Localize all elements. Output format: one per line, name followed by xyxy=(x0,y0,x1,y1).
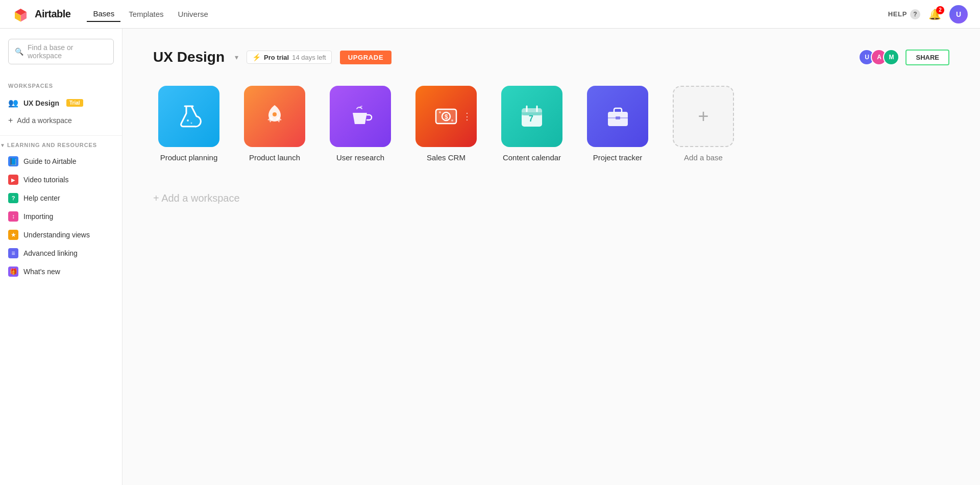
chevron-down-icon: ▼ xyxy=(0,142,5,148)
base-card-product-planning[interactable]: Product planning xyxy=(153,86,225,162)
linking-icon: ≡ xyxy=(8,248,18,258)
airtable-logo-icon xyxy=(12,5,31,23)
importing-icon: ↕ xyxy=(8,211,18,222)
importing-label: Importing xyxy=(23,212,53,221)
logo-area[interactable]: Airtable xyxy=(12,5,70,23)
pro-trial-label: Pro trial xyxy=(264,54,289,61)
upgrade-button[interactable]: UPGRADE xyxy=(340,51,392,64)
help-center-label: Help center xyxy=(23,194,60,202)
svg-text:$: $ xyxy=(445,113,448,120)
workspace-trial-badge: Trial xyxy=(66,99,83,107)
nav-link-bases[interactable]: Bases xyxy=(87,6,120,22)
new-label: What's new xyxy=(23,268,60,276)
coffee-cup-icon xyxy=(347,103,375,131)
nav-links: Bases Templates Universe xyxy=(87,6,214,22)
sidebar-item-guide[interactable]: 📘 Guide to Airtable xyxy=(0,152,122,171)
base-name-content-calendar: Content calendar xyxy=(503,153,561,162)
bases-grid: Product planning Product launch xyxy=(153,86,949,162)
rocket-icon xyxy=(259,101,290,132)
base-icon-project-tracker xyxy=(587,86,648,147)
main-layout: 🔍 Find a base or workspace WORKSPACES 👥 … xyxy=(0,0,980,485)
sidebar-item-video[interactable]: ▶ Video tutorials xyxy=(0,171,122,189)
main-content: UX Design ▾ ⚡ Pro trial 14 days left UPG… xyxy=(122,29,980,485)
learning-section-toggle[interactable]: ▼ LEARNING AND RESOURCES xyxy=(0,142,122,148)
search-placeholder: Find a base or workspace xyxy=(28,43,107,60)
add-base-plus-icon: + xyxy=(698,106,708,127)
add-workspace-bottom-label: + Add a workspace xyxy=(153,192,240,204)
svg-point-8 xyxy=(439,111,441,113)
help-center-icon: ? xyxy=(8,193,18,203)
base-icon-user-research xyxy=(330,86,391,147)
add-workspace-bottom[interactable]: + Add a workspace xyxy=(153,192,949,204)
sidebar-item-importing[interactable]: ↕ Importing xyxy=(0,207,122,226)
svg-point-1 xyxy=(187,119,189,122)
base-name-user-research: User research xyxy=(336,153,384,162)
nav-right: HELP ? 🔔 2 U xyxy=(888,5,968,23)
sidebar-divider xyxy=(0,135,122,136)
sidebar-item-linking[interactable]: ≡ Advanced linking xyxy=(0,244,122,262)
new-icon: 🎁 xyxy=(8,266,18,277)
context-menu-dots[interactable]: ⋮ xyxy=(462,111,473,122)
money-icon: $ xyxy=(431,101,461,132)
workspace-dropdown-arrow[interactable]: ▾ xyxy=(235,53,238,61)
guide-icon: 📘 xyxy=(8,156,18,166)
nav-link-universe[interactable]: Universe xyxy=(172,7,214,21)
help-label: HELP xyxy=(888,10,907,18)
add-workspace-icon: + xyxy=(8,116,13,125)
flask-icon xyxy=(174,101,204,132)
pro-icon: ⚡ xyxy=(252,53,261,61)
nav-link-templates[interactable]: Templates xyxy=(122,7,169,21)
avatars-group: U A M xyxy=(859,49,899,65)
notification-button[interactable]: 🔔 2 xyxy=(928,8,941,20)
svg-point-9 xyxy=(451,119,453,122)
logo-text: Airtable xyxy=(35,8,70,20)
learning-section-label: LEARNING AND RESOURCES xyxy=(7,142,97,148)
add-workspace-sidebar[interactable]: + Add a workspace xyxy=(0,112,122,129)
base-card-user-research[interactable]: User research xyxy=(325,86,396,162)
views-icon: ★ xyxy=(8,230,18,240)
sidebar: 🔍 Find a base or workspace WORKSPACES 👥 … xyxy=(0,29,122,485)
help-button[interactable]: HELP ? xyxy=(888,9,920,19)
base-icon-sales-crm: $ ⋮ xyxy=(415,86,477,147)
base-card-sales-crm[interactable]: $ ⋮ Sales CRM xyxy=(410,86,482,162)
workspace-icon: 👥 xyxy=(8,98,18,108)
base-name-sales-crm: Sales CRM xyxy=(427,153,465,162)
svg-text:7: 7 xyxy=(529,114,533,123)
workspace-header: UX Design ▾ ⚡ Pro trial 14 days left UPG… xyxy=(153,49,949,65)
linking-label: Advanced linking xyxy=(23,249,78,257)
days-left-label: 14 days left xyxy=(292,54,326,61)
base-card-project-tracker[interactable]: Project tracker xyxy=(582,86,653,162)
base-icon-product-planning xyxy=(158,86,219,147)
workspaces-section-label: WORKSPACES xyxy=(0,83,122,94)
base-name-project-tracker: Project tracker xyxy=(593,153,643,162)
notification-badge: 2 xyxy=(936,6,944,14)
sidebar-item-new[interactable]: 🎁 What's new xyxy=(0,262,122,281)
user-avatar[interactable]: U xyxy=(949,5,968,23)
base-card-product-launch[interactable]: Product launch xyxy=(239,86,310,162)
search-box[interactable]: 🔍 Find a base or workspace xyxy=(8,39,114,64)
video-icon: ▶ xyxy=(8,175,18,185)
top-navigation: Airtable Bases Templates Universe HELP ?… xyxy=(0,0,980,29)
base-card-content-calendar[interactable]: 7 Content calendar xyxy=(496,86,568,162)
add-base-icon: + xyxy=(673,86,734,147)
sidebar-item-help[interactable]: ? Help center xyxy=(0,189,122,207)
avatar-3: M xyxy=(883,49,899,65)
base-name-product-launch: Product launch xyxy=(249,153,300,162)
workspace-name: UX Design xyxy=(23,99,59,107)
workspace-item-ux-design[interactable]: 👥 UX Design Trial xyxy=(0,94,122,112)
calendar-icon: 7 xyxy=(517,101,547,132)
add-base-card[interactable]: + Add a base xyxy=(668,86,739,162)
briefcase-icon xyxy=(604,103,632,131)
add-workspace-label: Add a workspace xyxy=(17,116,71,125)
sidebar-item-views[interactable]: ★ Understanding views xyxy=(0,226,122,244)
workspace-title: UX Design xyxy=(153,49,225,65)
svg-point-2 xyxy=(191,123,192,124)
guide-label: Guide to Airtable xyxy=(23,157,77,165)
add-base-label: Add a base xyxy=(684,153,723,162)
help-icon: ? xyxy=(910,9,920,19)
base-icon-content-calendar: 7 xyxy=(501,86,562,147)
share-button[interactable]: SHARE xyxy=(905,50,949,65)
svg-rect-18 xyxy=(616,116,620,119)
pro-trial-badge: ⚡ Pro trial 14 days left xyxy=(247,51,332,64)
base-icon-product-launch xyxy=(244,86,305,147)
